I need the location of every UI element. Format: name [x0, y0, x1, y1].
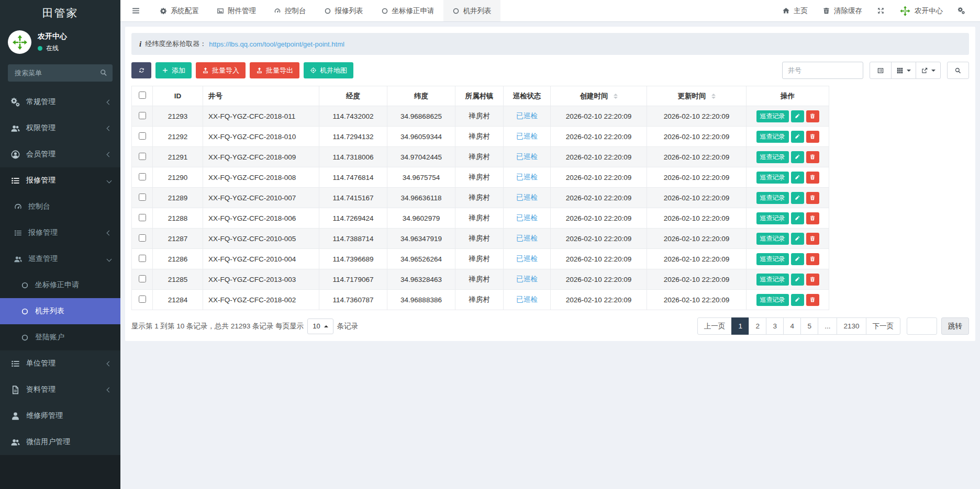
- brand-title[interactable]: 田管家: [0, 0, 120, 26]
- sidebar-search-input[interactable]: [8, 64, 113, 82]
- delete-button[interactable]: [806, 212, 819, 224]
- inspection-status-link[interactable]: 已巡检: [516, 132, 538, 140]
- delete-button[interactable]: [806, 274, 819, 286]
- page-button[interactable]: 1: [731, 317, 749, 335]
- page-button[interactable]: 4: [783, 317, 801, 335]
- sidebar-item-general[interactable]: 常规管理: [0, 89, 120, 115]
- table-search-button[interactable]: [947, 62, 969, 79]
- delete-button[interactable]: [806, 151, 819, 163]
- page-button[interactable]: ...: [818, 317, 837, 335]
- edit-button[interactable]: [791, 172, 804, 184]
- row-checkbox[interactable]: [139, 112, 146, 119]
- inspection-record-button[interactable]: 巡查记录: [756, 131, 789, 143]
- inspection-record-button[interactable]: 巡查记录: [756, 151, 789, 163]
- page-button[interactable]: 下一页: [866, 317, 901, 335]
- header-updated-time[interactable]: 更新时间: [647, 86, 747, 106]
- inspection-status-link[interactable]: 已巡检: [516, 153, 538, 161]
- sidebar-item-coordinate-correction[interactable]: 坐标修正申请: [0, 272, 120, 298]
- delete-button[interactable]: [806, 192, 819, 204]
- sidebar-item-wechat-users[interactable]: 微信用户管理: [0, 429, 120, 455]
- edit-button[interactable]: [791, 233, 804, 245]
- edit-button[interactable]: [791, 274, 804, 286]
- inspection-record-button[interactable]: 巡查记录: [756, 110, 789, 122]
- sidebar-item-login-account[interactable]: 登陆账户: [0, 324, 120, 350]
- header-created-time[interactable]: 创建时间: [551, 86, 647, 106]
- jump-page-input[interactable]: [907, 317, 937, 335]
- edit-button[interactable]: [791, 192, 804, 204]
- well-map-button[interactable]: 机井地图: [304, 62, 353, 78]
- inspection-status-link[interactable]: 已巡检: [516, 234, 538, 242]
- sidebar-item-repair-management[interactable]: 报修管理: [0, 167, 120, 194]
- inspection-record-button[interactable]: 巡查记录: [756, 192, 789, 204]
- delete-button[interactable]: [806, 131, 819, 143]
- tab-system-config[interactable]: 系统配置: [151, 0, 208, 21]
- inspection-record-button[interactable]: 巡查记录: [756, 212, 789, 224]
- tab-repair-list[interactable]: 报修列表: [315, 0, 372, 21]
- row-checkbox[interactable]: [139, 214, 146, 221]
- tab-attachments[interactable]: 附件管理: [208, 0, 265, 21]
- inspection-status-link[interactable]: 已巡检: [516, 194, 538, 201]
- batch-export-button[interactable]: 批量导出: [250, 62, 299, 78]
- sidebar-item-technicians[interactable]: 维修师管理: [0, 403, 120, 429]
- well-number-search-input[interactable]: [782, 62, 863, 79]
- sidebar-item-well-list[interactable]: 机井列表: [0, 298, 120, 324]
- delete-button[interactable]: [806, 110, 819, 122]
- add-button[interactable]: 添加: [155, 62, 192, 78]
- columns-button[interactable]: [891, 62, 916, 79]
- delete-button[interactable]: [806, 253, 819, 265]
- sidebar-item-units[interactable]: 单位管理: [0, 350, 120, 377]
- page-size-button[interactable]: 10: [307, 319, 333, 334]
- delete-button[interactable]: [806, 172, 819, 184]
- edit-button[interactable]: [791, 151, 804, 163]
- search-icon[interactable]: [99, 69, 108, 77]
- page-button[interactable]: 2130: [837, 317, 866, 335]
- settings-button[interactable]: [950, 0, 973, 21]
- inspection-status-link[interactable]: 已巡检: [516, 255, 538, 263]
- inspection-status-link[interactable]: 已巡检: [516, 214, 538, 222]
- sidebar-item-inspection-management[interactable]: 巡查管理: [0, 246, 120, 272]
- page-button[interactable]: 2: [749, 317, 766, 335]
- inspection-status-link[interactable]: 已巡检: [516, 173, 538, 181]
- batch-import-button[interactable]: 批量导入: [196, 62, 246, 78]
- row-checkbox[interactable]: [139, 234, 146, 242]
- row-checkbox[interactable]: [139, 295, 146, 303]
- delete-button[interactable]: [806, 294, 819, 306]
- inspection-record-button[interactable]: 巡查记录: [756, 233, 789, 245]
- sidebar-item-permissions[interactable]: 权限管理: [0, 115, 120, 141]
- tab-well-list[interactable]: 机井列表: [443, 0, 500, 21]
- coordinate-picker-link[interactable]: https://lbs.qq.com/tool/getpoint/get-poi…: [209, 40, 344, 48]
- inspection-status-link[interactable]: 已巡检: [516, 112, 538, 120]
- row-checkbox[interactable]: [139, 275, 146, 282]
- fullscreen-button[interactable]: [870, 0, 892, 21]
- edit-button[interactable]: [791, 212, 804, 224]
- row-checkbox[interactable]: [139, 153, 146, 160]
- tab-console[interactable]: 控制台: [265, 0, 315, 21]
- row-checkbox[interactable]: [139, 132, 146, 140]
- clear-cache-button[interactable]: 清除缓存: [815, 0, 870, 21]
- inspection-status-link[interactable]: 已巡检: [516, 275, 538, 283]
- edit-button[interactable]: [791, 253, 804, 265]
- inspection-record-button[interactable]: 巡查记录: [756, 172, 789, 184]
- edit-button[interactable]: [791, 110, 804, 122]
- page-button[interactable]: 上一页: [697, 317, 732, 335]
- delete-button[interactable]: [806, 233, 819, 245]
- inspection-record-button[interactable]: 巡查记录: [756, 294, 789, 306]
- refresh-button[interactable]: [131, 62, 151, 78]
- inspection-record-button[interactable]: 巡查记录: [756, 253, 789, 265]
- jump-button[interactable]: 跳转: [941, 317, 969, 335]
- inspection-record-button[interactable]: 巡查记录: [756, 274, 789, 286]
- edit-button[interactable]: [791, 294, 804, 306]
- select-all-checkbox[interactable]: [139, 92, 146, 99]
- page-button[interactable]: 5: [800, 317, 818, 335]
- sidebar-item-documents[interactable]: 资料管理: [0, 377, 120, 403]
- center-account-button[interactable]: 农开中心: [892, 0, 950, 21]
- inspection-status-link[interactable]: 已巡检: [516, 295, 538, 303]
- export-button[interactable]: [916, 62, 941, 79]
- row-checkbox[interactable]: [139, 255, 146, 262]
- home-button[interactable]: 主页: [775, 0, 815, 21]
- detail-view-button[interactable]: [870, 62, 892, 79]
- row-checkbox[interactable]: [139, 194, 146, 201]
- sidebar-item-repair-sub[interactable]: 报修管理: [0, 220, 120, 246]
- sidebar-item-console[interactable]: 控制台: [0, 194, 120, 220]
- hamburger-button[interactable]: [120, 0, 151, 21]
